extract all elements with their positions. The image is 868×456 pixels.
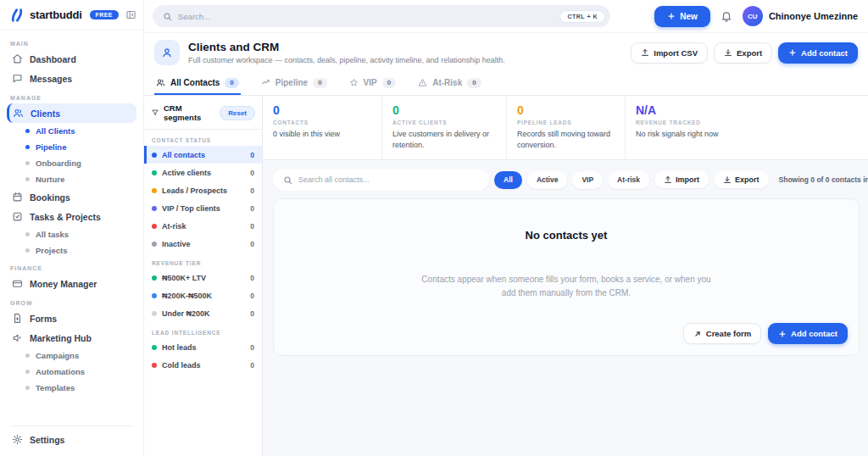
sidebar-nav: MAIN Dashboard Messages MANAGE Clients A… <box>0 31 143 420</box>
upload-icon <box>641 48 649 57</box>
page-header: Clients and CRM Full customer workspace … <box>144 32 868 72</box>
sidebar-item-money-manager[interactable]: Money Manager <box>7 274 136 293</box>
tab-count-badge: 0 <box>467 78 481 88</box>
sidebar-subitem-pipeline[interactable]: Pipeline <box>7 139 136 155</box>
sidebar-item-settings[interactable]: Settings <box>0 430 143 449</box>
bullet-dot <box>25 232 30 236</box>
segment-leads-prospects[interactable]: Leads / Prospects 0 <box>144 181 262 199</box>
section-label-finance: FINANCE <box>10 265 133 271</box>
global-search-input[interactable] <box>178 12 554 21</box>
segment-at-risk[interactable]: At-risk 0 <box>144 217 262 235</box>
segment-count: 0 <box>250 204 254 213</box>
add-contact-button[interactable]: Add contact <box>768 323 848 344</box>
segment-label: Inactive <box>162 240 191 248</box>
segments-title: CRM segments <box>164 103 215 122</box>
reset-button[interactable]: Reset <box>220 106 255 120</box>
segment-hot-leads[interactable]: Hot leads 0 <box>144 338 262 356</box>
export-button[interactable]: Export <box>714 42 772 64</box>
check-square-icon <box>12 211 23 222</box>
notifications-bell-icon[interactable] <box>721 10 732 22</box>
global-search[interactable]: CTRL + K <box>153 5 610 27</box>
tab-label: At-Risk <box>432 78 462 87</box>
sidebar-item-dashboard[interactable]: Dashboard <box>7 49 136 69</box>
segment-all-contacts[interactable]: All contacts 0 <box>144 146 262 164</box>
stat-pipeline-leads: 0 PIPELINE LEADS Records still moving to… <box>506 96 625 159</box>
search-icon <box>283 175 292 185</box>
arrow-up-right-icon <box>693 330 702 338</box>
home-icon <box>12 53 23 64</box>
sidebar-subitem-onboarding[interactable]: Onboarding <box>7 155 136 171</box>
sidebar-subitem-label: All tasks <box>36 230 69 239</box>
export-label: Export <box>737 48 762 58</box>
sidebar-item-tasks-projects[interactable]: Tasks & Projects <box>7 207 136 226</box>
page-header-text: Clients and CRM Full customer workspace … <box>188 41 505 64</box>
segment-inactive[interactable]: Inactive 0 <box>144 235 262 253</box>
bullet-dot <box>25 161 30 165</box>
sidebar-subitem-all-tasks[interactable]: All tasks <box>7 226 136 242</box>
bullet-dot <box>25 353 30 358</box>
sidebar-subitem-all-clients[interactable]: All Clients <box>7 123 136 139</box>
tab-all-contacts[interactable]: All Contacts 0 <box>154 72 241 95</box>
keyboard-shortcut-badge: CTRL + K <box>559 10 605 23</box>
segment-200k-500k[interactable]: ₦200K-₦500K 0 <box>144 286 262 304</box>
add-contact-button[interactable]: Add contact <box>778 42 858 64</box>
segment-label: ₦500K+ LTV <box>162 274 206 282</box>
tab-label: VIP <box>364 78 377 87</box>
segment-dot <box>152 363 157 368</box>
segment-active-clients[interactable]: Active clients 0 <box>144 164 262 181</box>
section-label-grow: GROW <box>10 300 133 306</box>
sidebar-subitem-label: Pipeline <box>36 142 66 152</box>
sidebar-item-clients[interactable]: Clients <box>7 103 136 123</box>
sidebar-item-label: Clients <box>31 108 60 119</box>
stat-revenue-tracked: N/A REVENUE TRACKED No risk signals righ… <box>625 96 868 159</box>
filter-icon <box>151 108 159 117</box>
sidebar-item-messages[interactable]: Messages <box>7 69 136 88</box>
filter-chip-at-risk[interactable]: At-risk <box>608 171 649 189</box>
sidebar-subitem-nurture[interactable]: Nurture <box>7 171 136 187</box>
chat-icon <box>12 73 23 84</box>
stat-description: 0 visible in this view <box>273 129 373 140</box>
sidebar-subitem-campaigns[interactable]: Campaigns <box>7 348 136 364</box>
empty-state-actions: Create form Add contact <box>683 323 848 344</box>
sidebar-collapse-icon[interactable] <box>125 9 136 20</box>
create-form-button[interactable]: Create form <box>683 323 761 344</box>
stat-value: 0 <box>273 103 373 117</box>
import-csv-button[interactable]: Import CSV <box>631 42 708 64</box>
filter-chip-active[interactable]: Active <box>527 171 568 189</box>
export-button[interactable]: Export <box>714 171 769 188</box>
sidebar-subitem-automations[interactable]: Automations <box>7 364 136 380</box>
contacts-search-input[interactable] <box>298 175 479 184</box>
users-icon <box>156 78 165 87</box>
stat-active-clients: 0 ACTIVE CLIENTS Live customers in deliv… <box>381 96 506 159</box>
sidebar-subitem-templates[interactable]: Templates <box>7 380 136 396</box>
sidebar-divider <box>10 425 133 426</box>
bullet-dot <box>25 386 30 390</box>
import-button[interactable]: Import <box>654 171 709 188</box>
user-name: Chinonye Umezinne <box>769 11 858 21</box>
segment-count: 0 <box>250 240 254 248</box>
segment-cold-leads[interactable]: Cold leads 0 <box>144 356 262 374</box>
segment-dot <box>152 206 157 211</box>
sidebar-item-bookings[interactable]: Bookings <box>7 187 136 207</box>
segment-count: 0 <box>250 151 254 159</box>
tab-at-risk[interactable]: At-Risk 0 <box>416 72 482 95</box>
startbuddi-logo-icon <box>8 7 25 24</box>
tab-vip[interactable]: VIP 0 <box>348 72 398 95</box>
segment-under-200k[interactable]: Under ₦200K 0 <box>144 304 262 322</box>
contacts-search[interactable] <box>273 169 489 191</box>
user-menu[interactable]: CU Chinonye Umezinne <box>743 6 858 26</box>
segment-vip-top-clients[interactable]: VIP / Top clients 0 <box>144 199 262 217</box>
segments-header: CRM segments Reset <box>144 103 262 130</box>
filter-chip-vip[interactable]: VIP <box>572 171 603 189</box>
sidebar-item-label: Dashboard <box>30 54 76 64</box>
sidebar-subitem-projects[interactable]: Projects <box>7 242 136 259</box>
tab-pipeline[interactable]: Pipeline 0 <box>259 72 329 95</box>
filter-chip-all[interactable]: All <box>494 171 522 189</box>
new-button[interactable]: New <box>654 6 710 27</box>
segment-500k-ltv[interactable]: ₦500K+ LTV 0 <box>144 269 262 286</box>
tab-count-badge: 0 <box>382 78 396 88</box>
sidebar-item-marketing-hub[interactable]: Marketing Hub <box>7 328 136 348</box>
sidebar-item-forms[interactable]: Forms <box>7 309 136 328</box>
gear-icon <box>12 434 23 445</box>
contacts-toolbar: All Active VIP At-risk Import Export Sho… <box>273 169 868 191</box>
